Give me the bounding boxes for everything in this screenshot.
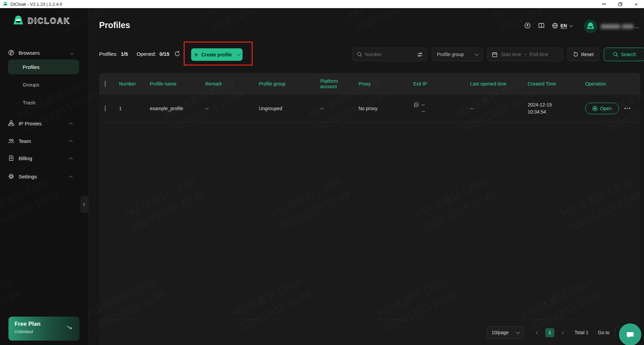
reset-button[interactable]: Reset xyxy=(568,48,599,61)
brand-wordmark: DICLOAK xyxy=(28,17,70,26)
goto-label: Go to xyxy=(598,330,610,335)
date-range-picker[interactable]: Start time - End time xyxy=(487,48,563,61)
main-content: Profiles EN ... Profiles: 1/5 xyxy=(89,8,644,345)
upgrade-arrow-icon xyxy=(67,325,73,329)
row-profile-group: Ungrouped xyxy=(259,106,320,111)
app-logo-icon xyxy=(3,1,8,7)
opened-count-label: Opened: xyxy=(137,51,156,57)
table-row[interactable]: 1 example_profile -- Ungrouped -- No pro… xyxy=(99,95,640,122)
start-time-placeholder: Start time xyxy=(501,52,521,57)
chevron-up-icon xyxy=(69,175,73,179)
sidebar-item-settings[interactable]: Settings xyxy=(8,172,80,181)
chevron-down-icon xyxy=(516,330,520,334)
chevron-up-icon xyxy=(69,140,73,144)
number-filter xyxy=(352,48,427,61)
create-profile-button[interactable]: Create profile xyxy=(191,48,243,61)
upgrade-button[interactable] xyxy=(524,22,531,29)
exit-ip-icon xyxy=(413,102,419,108)
row-checkbox[interactable] xyxy=(105,105,106,112)
sidebar-item-label: Team xyxy=(19,138,31,144)
sidebar-item-groups[interactable]: Groups xyxy=(8,80,79,89)
window-title: DICloak - V2.1.23 | 1.2.4.0 xyxy=(10,2,62,7)
chevron-up-icon xyxy=(69,157,73,161)
profile-group-select[interactable]: Profile group xyxy=(432,48,483,61)
chevron-down-icon xyxy=(475,52,479,56)
plan-subtitle: Unlimited xyxy=(15,329,73,334)
create-profile-label: Create profile xyxy=(201,52,232,57)
sidebar-item-browsers[interactable]: Browsers xyxy=(8,48,80,57)
network-icon xyxy=(8,120,14,126)
current-page[interactable]: 1 xyxy=(545,328,554,337)
sidebar-item-billing[interactable]: Billing xyxy=(8,153,80,163)
sidebar-item-team[interactable]: Team xyxy=(8,136,80,146)
row-exit-ip-2: -- xyxy=(413,108,465,115)
search-button[interactable]: Search xyxy=(604,48,644,61)
search-label: Search xyxy=(621,52,636,57)
opened-count-value: 0/15 xyxy=(160,51,169,57)
open-profile-button[interactable]: Open xyxy=(585,103,619,114)
sidebar-item-ip-proxies[interactable]: IP Proxies xyxy=(8,119,80,128)
total-count: Total 1 xyxy=(575,330,589,335)
column-header: Proxy xyxy=(359,81,413,87)
avatar[interactable] xyxy=(584,20,597,33)
page-size-select[interactable]: 10/page xyxy=(487,326,524,339)
plan-card[interactable]: Free Plan Unlimited xyxy=(8,317,79,341)
restore-icon xyxy=(618,2,622,6)
language-code: EN xyxy=(560,23,567,28)
chevron-up-icon xyxy=(69,122,73,126)
page-size-value: 10/page xyxy=(491,330,509,335)
close-button[interactable]: × xyxy=(632,0,640,8)
range-separator: - xyxy=(525,52,526,57)
profile-stats: Profiles: 1/5 Opened: 0/15 xyxy=(99,51,180,57)
chat-support-button[interactable] xyxy=(619,323,641,345)
row-last-opened: -- xyxy=(470,106,528,111)
column-header: Number xyxy=(119,81,150,87)
plus-icon xyxy=(194,53,198,57)
sidebar-collapse-handle[interactable] xyxy=(80,196,89,213)
next-page-button[interactable]: › xyxy=(560,329,566,336)
chevron-left-icon xyxy=(83,203,86,206)
sidebar-item-label: Trash xyxy=(23,100,36,105)
sidebar-item-label: Profiles xyxy=(23,64,40,70)
avatar-cloak-icon xyxy=(586,22,595,31)
column-header: Exit IP xyxy=(413,81,470,87)
language-selector[interactable]: EN xyxy=(552,23,572,29)
reset-label: Reset xyxy=(581,52,594,57)
more-actions-icon[interactable] xyxy=(624,106,631,111)
dicloak-logo-icon xyxy=(12,15,24,27)
sidebar-item-label: Settings xyxy=(19,174,37,179)
sidebar-item-label: IP Proxies xyxy=(19,121,42,126)
maximize-button[interactable] xyxy=(616,0,624,8)
chevron-down-icon xyxy=(237,52,240,56)
user-name-suffix: ... xyxy=(635,24,639,29)
open-label: Open xyxy=(600,106,612,111)
row-platform-account: -- xyxy=(320,106,359,111)
sidebar-item-trash[interactable]: Trash xyxy=(8,98,79,107)
chevron-down-icon xyxy=(70,51,74,54)
number-search-input[interactable] xyxy=(365,52,414,57)
row-proxy: No proxy xyxy=(359,106,413,111)
prev-page-button[interactable]: ‹ xyxy=(534,329,540,336)
sidebar-item-label: Groups xyxy=(23,82,39,88)
browser-open-icon xyxy=(592,106,598,111)
redacted-block xyxy=(601,24,620,29)
reset-icon xyxy=(573,52,578,57)
user-name-redacted[interactable]: ... xyxy=(601,24,639,29)
plan-name: Free Plan xyxy=(15,321,73,327)
row-created-time: 10:34:54 xyxy=(528,108,580,116)
sidebar-item-profiles[interactable]: Profiles xyxy=(8,59,79,74)
docs-button[interactable] xyxy=(538,22,545,29)
browser-icon xyxy=(8,50,14,56)
search-icon xyxy=(613,52,618,57)
profiles-count-value: 1/5 xyxy=(121,51,128,57)
redacted-block xyxy=(622,24,634,29)
filter-sliders-icon[interactable] xyxy=(417,52,423,57)
refresh-button[interactable] xyxy=(174,51,180,57)
team-icon xyxy=(8,138,14,144)
sidebar-item-label: Billing xyxy=(19,155,32,161)
select-all-checkbox[interactable] xyxy=(105,81,106,87)
search-icon xyxy=(357,52,362,57)
profiles-count-label: Profiles: xyxy=(99,51,117,57)
profiles-table: Number Profile name Remark Profile group… xyxy=(99,73,640,345)
minimize-button[interactable] xyxy=(600,0,607,8)
